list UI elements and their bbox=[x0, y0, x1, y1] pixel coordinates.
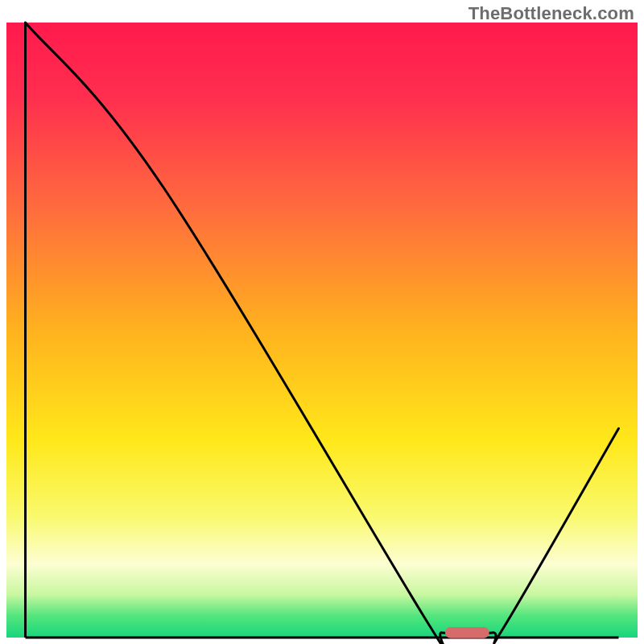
watermark-text: TheBottleneck.com bbox=[469, 3, 634, 24]
gradient-background bbox=[6, 23, 638, 638]
chart-container: { "watermark": "TheBottleneck.com", "cha… bbox=[0, 0, 644, 644]
optimal-marker bbox=[445, 627, 489, 638]
bottleneck-chart bbox=[0, 0, 644, 644]
